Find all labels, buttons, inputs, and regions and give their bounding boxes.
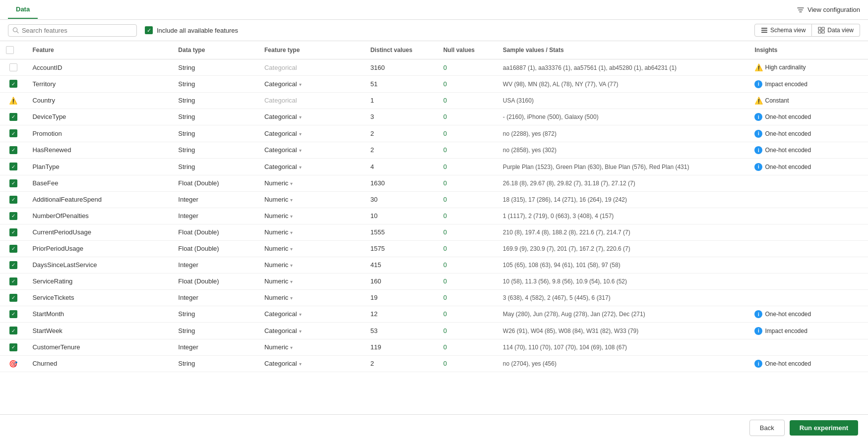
info-icon: i: [754, 163, 762, 171]
view-config-button[interactable]: View configuration: [797, 6, 860, 14]
null-values: 0: [437, 339, 497, 355]
data-type: String: [172, 125, 258, 142]
run-experiment-button[interactable]: Run experiment: [790, 420, 858, 423]
feature-type-dropdown[interactable]: ▾: [299, 361, 302, 367]
null-values: 0: [437, 175, 497, 191]
feature-type-dropdown[interactable]: ▾: [290, 197, 293, 203]
row-checkbox[interactable]: ✓: [9, 343, 17, 351]
include-label: Include all available features: [157, 27, 238, 34]
row-checkbox[interactable]: ✓: [9, 327, 17, 334]
data-type: Integer: [172, 339, 258, 355]
table-row: ✓ Territory String Categorical▾ 51 0 WV …: [0, 76, 868, 93]
svg-rect-6: [822, 27, 824, 30]
row-checkbox[interactable]: ✓: [9, 212, 17, 220]
data-type: Float (Double): [172, 240, 258, 257]
row-checkbox[interactable]: ✓: [9, 80, 17, 88]
row-checkbox[interactable]: ✓: [9, 228, 17, 236]
null-values: 0: [437, 240, 497, 257]
row-checkbox[interactable]: ✓: [9, 277, 17, 285]
row-target-icon: 🎯: [9, 360, 17, 368]
feature-name: AccountID: [26, 59, 172, 76]
distinct-values: 1: [365, 92, 437, 109]
row-checkbox[interactable]: [9, 63, 17, 71]
header-checkbox[interactable]: [6, 46, 14, 54]
main-content: Feature Data type Feature type Distinct …: [0, 41, 868, 423]
feature-type-dropdown[interactable]: ▾: [299, 329, 302, 334]
row-checkbox[interactable]: ✓: [9, 261, 17, 269]
search-box[interactable]: [8, 24, 137, 37]
sample-values: Purple Plan (1523), Green Plan (630), Bl…: [497, 159, 749, 175]
col-header-sample: Sample values / Stats: [497, 41, 749, 59]
insight-label: High cardinality: [765, 64, 806, 71]
include-checkbox[interactable]: ✓: [145, 26, 153, 34]
feature-type-dropdown[interactable]: ▾: [290, 295, 293, 301]
insights-cell: i One-hot encoded: [748, 125, 868, 142]
feature-type-dropdown[interactable]: ▾: [299, 312, 302, 317]
feature-type-dropdown[interactable]: ▾: [290, 214, 293, 219]
row-checkbox[interactable]: ✓: [9, 179, 17, 187]
distinct-values: 1555: [365, 224, 437, 240]
row-checkbox[interactable]: ✓: [9, 196, 17, 204]
row-checkbox[interactable]: ✓: [9, 146, 17, 154]
table-row: ✓ ServiceRating Float (Double) Numeric▾ …: [0, 273, 868, 289]
check-cell: 🎯: [0, 355, 26, 372]
sample-values: no (2288), yes (872): [497, 125, 749, 142]
insights-cell: [748, 191, 868, 208]
feature-name: BaseFee: [26, 175, 172, 191]
row-checkbox[interactable]: ✓: [9, 163, 17, 170]
feature-type-dropdown[interactable]: ▾: [299, 82, 302, 87]
data-type: String: [172, 59, 258, 76]
feature-name: ServiceRating: [26, 273, 172, 289]
feature-type: Categorical▾: [258, 159, 365, 175]
feature-type-dropdown[interactable]: ▾: [290, 230, 293, 235]
feature-type-dropdown[interactable]: ▾: [299, 148, 302, 153]
row-checkbox[interactable]: ✓: [9, 113, 17, 121]
insight-label: One-hot encoded: [765, 360, 811, 367]
col-header-featuretype: Feature type: [258, 41, 365, 59]
sample-values: 3 (638), 4 (582), 2 (467), 5 (445), 6 (3…: [497, 289, 749, 306]
distinct-values: 53: [365, 323, 437, 339]
row-checkbox[interactable]: ✓: [9, 129, 17, 137]
insight-label: Constant: [765, 97, 789, 104]
feature-type-dropdown[interactable]: ▾: [290, 246, 293, 252]
feature-type-dropdown[interactable]: ▾: [299, 114, 302, 120]
row-warning-icon: ⚠️: [9, 97, 17, 105]
svg-line-1: [17, 31, 18, 33]
feature-type-dropdown[interactable]: ▾: [290, 279, 293, 284]
feature-type-dropdown[interactable]: ▾: [290, 345, 293, 350]
svg-rect-2: [761, 28, 767, 29]
table-row: 🎯 Churned String Categorical▾ 2 0 no (27…: [0, 355, 868, 372]
feature-type-dropdown[interactable]: ▾: [290, 181, 293, 186]
search-input[interactable]: [22, 27, 132, 34]
row-checkbox[interactable]: ✓: [9, 310, 17, 318]
feature-type-dropdown[interactable]: ▾: [299, 165, 302, 170]
schema-view-button[interactable]: Schema view: [754, 24, 812, 37]
null-values: 0: [437, 159, 497, 175]
feature-type-dropdown[interactable]: ▾: [299, 131, 302, 137]
row-checkbox[interactable]: ✓: [9, 294, 17, 302]
info-icon: i: [754, 130, 762, 138]
table-row: ✓ NumberOfPenalties Integer Numeric▾ 10 …: [0, 208, 868, 224]
back-button[interactable]: Back: [749, 420, 785, 423]
sample-values: 26.18 (8), 29.67 (8), 29.82 (7), 31.18 (…: [497, 175, 749, 191]
check-cell: ✓: [0, 323, 26, 339]
col-header-insights: Insights: [748, 41, 868, 59]
insights-cell: [748, 224, 868, 240]
feature-name: Promotion: [26, 125, 172, 142]
col-header-distinct: Distinct values: [365, 41, 437, 59]
row-checkbox[interactable]: ✓: [9, 245, 17, 253]
table-row: ✓ PriorPeriodUsage Float (Double) Numeri…: [0, 240, 868, 257]
sample-values: W26 (91), W04 (85), W08 (84), W31 (82), …: [497, 323, 749, 339]
feature-type-dropdown[interactable]: ▾: [290, 263, 293, 268]
data-view-button[interactable]: Data view: [812, 24, 860, 37]
distinct-values: 51: [365, 76, 437, 93]
feature-type: Numeric▾: [258, 339, 365, 355]
feature-name: StartWeek: [26, 323, 172, 339]
data-tab[interactable]: Data: [8, 0, 38, 19]
table-row: ✓ DeviceType String Categorical▾ 3 0 - (…: [0, 109, 868, 125]
insight-label: One-hot encoded: [765, 311, 811, 318]
null-values: 0: [437, 109, 497, 125]
search-icon: [12, 27, 19, 34]
table-row: ✓ AdditionalFeatureSpend Integer Numeric…: [0, 191, 868, 208]
sample-values: 105 (65), 108 (63), 94 (61), 101 (58), 9…: [497, 257, 749, 273]
